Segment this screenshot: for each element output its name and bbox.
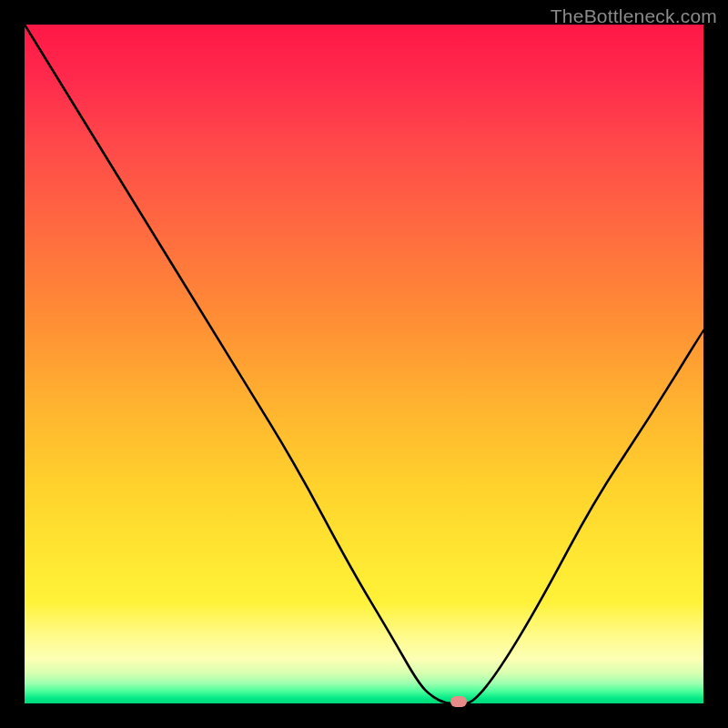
- plot-area: [25, 25, 703, 703]
- watermark-text: TheBottleneck.com: [551, 5, 717, 27]
- bottleneck-curve: [25, 25, 703, 703]
- chart-frame: TheBottleneck.com: [0, 0, 728, 728]
- optimal-marker: [450, 696, 467, 707]
